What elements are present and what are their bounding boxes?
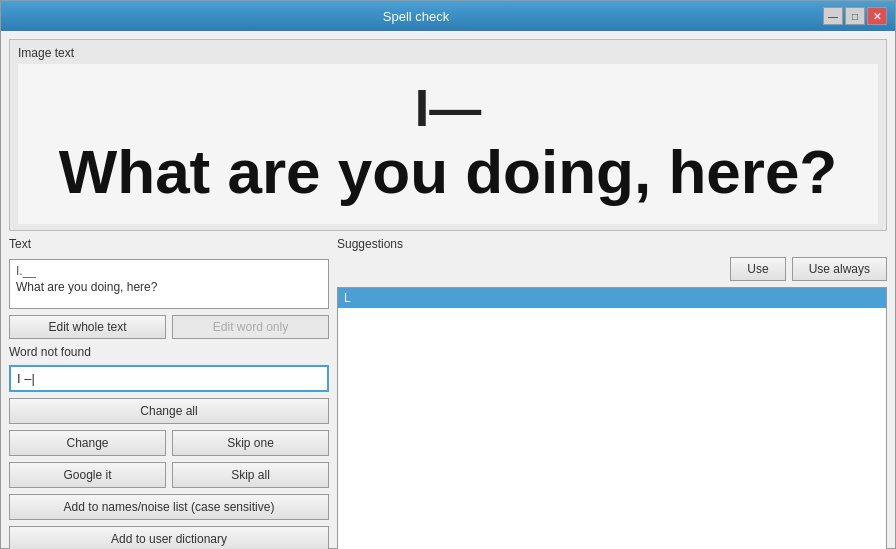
- text-line1: I.__: [16, 264, 322, 278]
- minimize-button[interactable]: —: [823, 7, 843, 25]
- word-not-found-label: Word not found: [9, 345, 329, 359]
- use-always-button[interactable]: Use always: [792, 257, 887, 281]
- window-content: Image text I— What are you doing, here? …: [1, 31, 895, 549]
- image-text-section: Image text I— What are you doing, here?: [9, 39, 887, 231]
- bottom-section: Text I.__ What are you doing, here? Edit…: [9, 237, 887, 549]
- spell-check-window: Spell check — □ ✕ Image text I— What are…: [0, 0, 896, 549]
- image-preview: I— What are you doing, here?: [18, 64, 878, 224]
- change-all-button[interactable]: Change all: [9, 398, 329, 424]
- main-image-text: What are you doing, here?: [59, 138, 838, 206]
- add-names-button[interactable]: Add to names/noise list (case sensitive): [9, 494, 329, 520]
- change-skip-row: Change Skip one: [9, 430, 329, 456]
- window-controls: — □ ✕: [823, 7, 887, 25]
- add-dict-button[interactable]: Add to user dictionary: [9, 526, 329, 549]
- google-skip-row: Google it Skip all: [9, 462, 329, 488]
- change-button[interactable]: Change: [9, 430, 166, 456]
- title-bar: Spell check — □ ✕: [1, 1, 895, 31]
- window-title: Spell check: [9, 9, 823, 24]
- skip-one-button[interactable]: Skip one: [172, 430, 329, 456]
- use-buttons-row: Use Use always: [337, 257, 887, 281]
- edit-buttons-row: Edit whole text Edit word only: [9, 315, 329, 339]
- suggestion-item[interactable]: L: [338, 288, 886, 308]
- use-button[interactable]: Use: [730, 257, 785, 281]
- right-panel: Suggestions Use Use always L: [337, 237, 887, 549]
- suggestions-list: L: [337, 287, 887, 549]
- skip-all-button[interactable]: Skip all: [172, 462, 329, 488]
- edit-word-only-button[interactable]: Edit word only: [172, 315, 329, 339]
- maximize-button[interactable]: □: [845, 7, 865, 25]
- image-text-label: Image text: [18, 46, 878, 60]
- google-it-button[interactable]: Google it: [9, 462, 166, 488]
- cursor-line-text: I—: [415, 82, 481, 134]
- text-display: I.__ What are you doing, here?: [9, 259, 329, 309]
- left-panel: Text I.__ What are you doing, here? Edit…: [9, 237, 329, 549]
- text-line2: What are you doing, here?: [16, 280, 322, 294]
- edit-whole-text-button[interactable]: Edit whole text: [9, 315, 166, 339]
- word-input[interactable]: [9, 365, 329, 392]
- close-button[interactable]: ✕: [867, 7, 887, 25]
- text-label: Text: [9, 237, 329, 251]
- suggestions-label: Suggestions: [337, 237, 887, 251]
